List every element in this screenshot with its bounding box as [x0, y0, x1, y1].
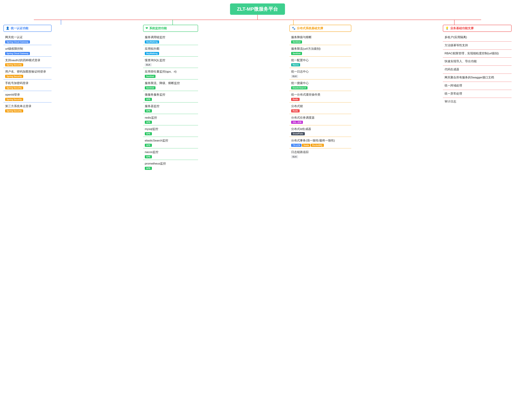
list-item: 分布式锁Redis [289, 103, 351, 114]
badge-row: SnowFlake [291, 132, 351, 135]
list-item: 慢查询SQL监控ELK [143, 57, 198, 68]
badge-row: Spring Security [5, 109, 52, 112]
col1-items: 网关统一认证Spring Cloud Gatewayurl级权限控制Spring… [3, 32, 52, 114]
item-title: 统一搜索中心 [291, 81, 351, 85]
badge-row: GPE [145, 166, 198, 170]
item-title: 应用拓扑图 [145, 47, 198, 51]
tech-badge: Sentinel [145, 75, 156, 78]
column-business: 💡 业务基础功能支撑 多租户(应用隔离)方法级幂等性支持RBAC权限管理，实现细… [443, 25, 512, 106]
tech-badge: Sentinel [145, 86, 156, 90]
item-title: 代码生成器 [445, 68, 512, 72]
badge-row: GPE [145, 98, 198, 101]
list-item: RBAC权限管理，实现细粒度控制(url级别) [443, 50, 512, 58]
list-item: 统一跨域处理 [443, 82, 512, 90]
col3-icon: 🐾 [292, 26, 295, 30]
item-title: RBAC权限管理，实现细粒度控制(url级别) [445, 51, 512, 56]
list-item: 网关聚合所有服务的Swagger接口文档 [443, 74, 512, 82]
list-item: 网关统一认证Spring Cloud Gateway [3, 34, 52, 45]
list-item: url级权限控制Spring Cloud Gateway [3, 45, 52, 57]
item-title: nacos监控 [145, 150, 198, 154]
item-title: 多租户(应用隔离) [445, 35, 512, 39]
badge-row: Sentinel [145, 75, 198, 78]
item-title: 统一分布式缓存操作类 [291, 93, 351, 97]
tech-badge: Spring Security [5, 109, 23, 112]
tech-badge: ELK [291, 155, 298, 158]
list-item: 统一日志中心ELK [289, 68, 351, 79]
list-item: 服务限流(url/方法级别)Sentinel [289, 45, 351, 57]
list-item: 分布式Id生成器SnowFlake [289, 125, 351, 137]
tech-badge: Spring Security [5, 63, 23, 66]
list-item: 服务限流、降级、熔断监控Sentinel [143, 79, 198, 91]
root-connector [257, 15, 258, 20]
item-title: 支持oauth2的四种模式登录 [5, 58, 52, 62]
badge-row: GPE [145, 143, 198, 147]
list-item: 服务降级与熔断Sentinel [289, 34, 351, 45]
item-title: 服务限流、降级、熔断监控 [145, 81, 198, 85]
item-title: 快速实现导入、导出功能 [445, 59, 512, 63]
badge-row: GPE [145, 132, 198, 135]
list-item: 服务调用链监控SkyWalking [143, 34, 198, 45]
col4-items: 多租户(应用隔离)方法级幂等性支持RBAC权限管理，实现细粒度控制(url级别)… [443, 32, 512, 106]
item-title: 服务限流(url/方法级别) [291, 47, 351, 51]
item-title: elasticSearch监控 [145, 139, 198, 143]
item-title: 统一配置中心 [291, 58, 351, 62]
list-item: 方法级幂等性支持 [443, 42, 512, 50]
tech-badge: GPE [145, 98, 152, 101]
list-item: 统一异常处理 [443, 90, 512, 98]
badge-row: Sentinel [291, 52, 351, 55]
item-title: 网关聚合所有服务的Swagger接口文档 [445, 75, 512, 80]
item-title: 应用吞吐量监控(qps、rt) [145, 70, 198, 74]
tech-badge: GPE [145, 132, 152, 135]
item-title: 用户名、密码加图形验证码登录 [5, 70, 52, 74]
col1-icon: 👤 [6, 26, 9, 30]
tech-badge: Spring Cloud Gateway [5, 52, 30, 55]
tech-badge: ElasticSearch [291, 86, 308, 90]
list-item: 统一搜索中心ElasticSearch [289, 79, 351, 91]
tech-badge: SnowFlake [291, 132, 305, 135]
item-title: mysql监控 [145, 127, 198, 131]
column-monitor: ❤ 系统监控功能 服务调用链监控SkyWalking应用拓扑图SkyWalkin… [143, 25, 198, 171]
list-item: 用户名、密码加图形验证码登录Spring Security [3, 68, 52, 79]
tech-badge: Spring Security [5, 75, 23, 78]
tech-badge: GPE [145, 167, 152, 170]
item-title: 日志链路追踪 [291, 150, 351, 154]
columns-wrapper: 👤 统一认证功能 网关统一认证Spring Cloud Gatewayurl级权… [3, 25, 512, 171]
item-title: 分布式Id生成器 [291, 127, 351, 131]
item-title: 分布式事务(强一致性/最终一致性) [291, 139, 351, 143]
tech-badge: GPE [145, 109, 152, 112]
list-item: 审计日志 [443, 98, 512, 106]
item-title: 统一异常处理 [445, 92, 512, 96]
list-item: elasticSearch监控GPE [143, 137, 198, 148]
item-title: 微服务服务监控 [145, 93, 198, 97]
item-title: 分布式任务调度器 [291, 116, 351, 120]
tech-badge: Spring Cloud Gateway [5, 40, 30, 44]
list-item: 服务器监控GPE [143, 103, 198, 114]
list-item: 日志链路追踪ELK [289, 148, 351, 160]
list-item: 支持oauth2的四种模式登录Spring Security [3, 57, 52, 68]
badge-row: Spring Cloud Gateway [5, 40, 52, 44]
item-title: prometheus监控 [145, 162, 198, 166]
item-title: 统一日志中心 [291, 70, 351, 74]
col1-header: 👤 统一认证功能 [3, 25, 52, 32]
badge-row: GPE [145, 109, 198, 112]
badge-row: Spring Security [5, 75, 52, 78]
list-item: 第三方系统单点登录Spring Security [3, 103, 52, 114]
list-item: 代码生成器 [443, 66, 512, 74]
badge-row: Spring Security [5, 86, 52, 90]
root-node: ZLT-MP微服务平台 [230, 3, 285, 15]
col4-title: 业务基础功能支撑 [450, 26, 474, 30]
list-item: 手机号加密码登录Spring Security [3, 79, 52, 91]
column-auth: 👤 统一认证功能 网关统一认证Spring Cloud Gatewayurl级权… [3, 25, 52, 114]
list-item: 分布式任务调度器XXL-JOB [289, 114, 351, 126]
list-item: 快速实现导入、导出功能 [443, 58, 512, 66]
item-title: 审计日志 [445, 99, 512, 104]
item-title: 服务调用链监控 [145, 35, 198, 39]
item-title: 服务降级与熔断 [291, 35, 351, 39]
list-item: 应用吞吐量监控(qps、rt)Sentinel [143, 68, 198, 79]
list-item: 微服务服务监控GPE [143, 91, 198, 103]
badge-row: Spring Cloud Gateway [5, 52, 52, 55]
item-title: 慢查询SQL监控 [145, 58, 198, 62]
item-title: 方法级幂等性支持 [445, 43, 512, 47]
badge-row: Redis [291, 109, 351, 112]
tech-badge: Redis [291, 109, 300, 112]
